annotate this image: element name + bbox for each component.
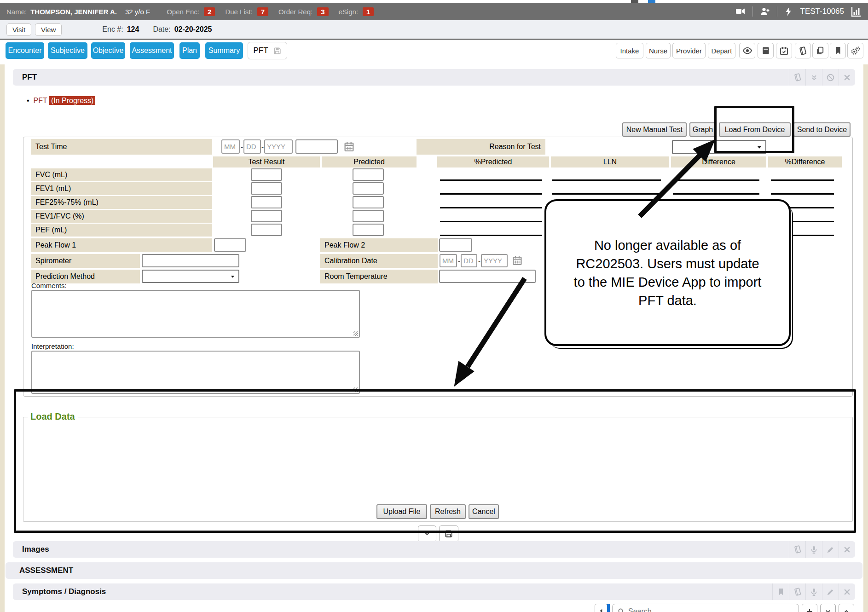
images-edit-button[interactable]: [822, 541, 839, 558]
chart-stats-icon[interactable]: [851, 6, 862, 17]
test-time-yyyy-input[interactable]: [264, 139, 293, 154]
peak-flow-2-label: Peak Flow 2: [320, 238, 438, 252]
fef-predicted-input[interactable]: [353, 196, 384, 208]
graph-button[interactable]: Graph: [689, 122, 716, 137]
resize-handle[interactable]: [353, 387, 358, 392]
page-edge-right: [863, 64, 868, 612]
collapse-section-button[interactable]: [418, 525, 436, 542]
chart-book-button[interactable]: [795, 43, 811, 58]
reason-for-test-select[interactable]: [672, 140, 766, 154]
search-input[interactable]: [628, 607, 794, 612]
fef-test-result-input[interactable]: [251, 196, 282, 208]
close-icon: [843, 588, 851, 596]
order-req-count[interactable]: 3: [317, 7, 328, 16]
tab-summary[interactable]: Summary: [205, 42, 243, 59]
add-user-icon[interactable]: [759, 6, 770, 17]
symptoms-diagnosis-section-header: Symptoms / Diagnosis: [13, 583, 855, 600]
symptoms-chart-button[interactable]: [789, 583, 805, 600]
copy-documents-button[interactable]: [812, 43, 828, 58]
tab-objective[interactable]: Objective: [91, 42, 125, 59]
visibility-eye-button[interactable]: [739, 43, 755, 58]
fev1-fvc-test-result-input[interactable]: [251, 210, 282, 222]
triangle-left-icon: [598, 607, 605, 612]
save-tab-icon: [273, 46, 282, 55]
bookmark-button[interactable]: [830, 43, 846, 58]
save-section-button[interactable]: [439, 525, 458, 542]
stage-depart-button[interactable]: Depart: [708, 43, 735, 58]
images-close-button[interactable]: [839, 541, 855, 558]
calendar-picker-icon[interactable]: [343, 141, 355, 152]
new-manual-test-button[interactable]: New Manual Test: [622, 122, 687, 137]
esign-label: eSign:: [339, 8, 359, 16]
test-time-time-input[interactable]: [295, 139, 338, 154]
stage-nurse-button[interactable]: Nurse: [646, 43, 671, 58]
move-up-button[interactable]: [839, 604, 854, 612]
open-enc-count[interactable]: 2: [204, 7, 215, 16]
pef-test-result-input[interactable]: [251, 224, 282, 236]
fvc-pct-predicted-line: [440, 179, 542, 181]
symptoms-bookmark-button[interactable]: [772, 583, 789, 600]
fev1-lln-line: [552, 193, 661, 195]
refresh-button[interactable]: Refresh: [430, 504, 466, 519]
fvc-test-result-input[interactable]: [251, 168, 282, 181]
move-down-button[interactable]: [820, 604, 836, 612]
images-dictate-button[interactable]: [805, 541, 822, 558]
esign-count[interactable]: 1: [363, 7, 374, 16]
settings-button[interactable]: [847, 43, 863, 58]
symptoms-dictate-button[interactable]: [805, 583, 822, 600]
schedule-button[interactable]: [776, 43, 792, 58]
pef-predicted-input[interactable]: [353, 224, 384, 236]
tab-plan[interactable]: Plan: [179, 42, 200, 59]
stage-intake-button[interactable]: Intake: [616, 43, 643, 58]
test-time-dd-input[interactable]: [243, 139, 261, 154]
fev1-predicted-input[interactable]: [353, 182, 384, 195]
cancel-button[interactable]: Cancel: [469, 504, 499, 519]
peak-flow-1-input[interactable]: [214, 238, 246, 252]
pft-status-link[interactable]: PFT: [34, 97, 47, 104]
row-label-pef: PEF (mL): [31, 224, 212, 237]
room-temperature-input[interactable]: [439, 270, 536, 283]
due-list-label: Due List:: [225, 8, 252, 16]
chevron-down-icon: [423, 530, 431, 538]
stage-provider-button[interactable]: Provider: [672, 43, 706, 58]
video-call-icon[interactable]: [735, 6, 746, 17]
tab-pft-active[interactable]: PFT: [248, 42, 287, 59]
symptoms-close-button[interactable]: [839, 583, 855, 600]
images-chart-button[interactable]: [789, 541, 805, 558]
tab-encounter[interactable]: Encounter: [6, 42, 44, 59]
visit-button[interactable]: Visit: [6, 23, 31, 36]
symptoms-edit-button[interactable]: [822, 583, 839, 600]
quick-actions-bolt-icon[interactable]: [784, 6, 794, 17]
comments-textarea[interactable]: [31, 290, 360, 338]
add-diagnosis-button[interactable]: [802, 604, 817, 612]
upload-file-button[interactable]: Upload File: [376, 504, 427, 519]
load-from-device-button[interactable]: Load From Device: [719, 122, 791, 137]
calibration-dd-input[interactable]: [461, 254, 477, 267]
pencil-icon: [826, 545, 835, 554]
due-list-count[interactable]: 7: [257, 7, 268, 16]
scroll-left-button[interactable]: [595, 604, 608, 612]
calibration-mm-input[interactable]: [440, 254, 457, 267]
section-disable-button[interactable]: [822, 69, 839, 86]
section-chart-button[interactable]: [789, 69, 805, 86]
calibration-yyyy-input[interactable]: [481, 254, 508, 267]
section-close-button[interactable]: [839, 69, 855, 86]
tab-subjective[interactable]: Subjective: [48, 42, 87, 59]
date-dash: -: [241, 143, 243, 151]
interpretation-textarea[interactable]: [31, 351, 360, 394]
fvc-predicted-input[interactable]: [353, 168, 384, 181]
archive-button[interactable]: [758, 43, 774, 58]
prediction-method-select[interactable]: [142, 270, 239, 283]
send-to-device-button[interactable]: Send to Device: [793, 122, 851, 137]
spirometer-input[interactable]: [142, 254, 239, 267]
fev1-test-result-input[interactable]: [251, 182, 282, 195]
calibration-date-label: Calibration Date: [320, 254, 438, 268]
resize-handle[interactable]: [353, 331, 358, 336]
calendar-picker-icon[interactable]: [512, 255, 523, 266]
view-button[interactable]: View: [35, 23, 62, 36]
fev1-fvc-predicted-input[interactable]: [353, 210, 384, 222]
test-time-mm-input[interactable]: [221, 139, 240, 154]
tab-assessment[interactable]: Assessment: [130, 42, 174, 59]
peak-flow-2-input[interactable]: [439, 238, 472, 252]
section-collapse-button[interactable]: [805, 69, 822, 86]
